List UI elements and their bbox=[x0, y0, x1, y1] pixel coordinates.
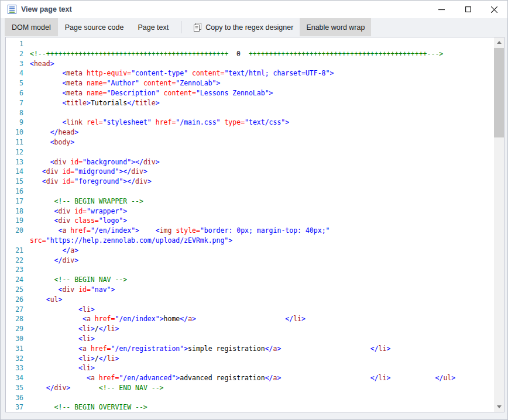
tab-label: Page source code bbox=[65, 23, 124, 32]
code-text: <a href="/en/registration">simple regist… bbox=[30, 344, 494, 354]
code-text: <meta name="Author" content="ZennoLab"> bbox=[30, 78, 494, 88]
tab-label: Page text bbox=[138, 23, 169, 32]
code-line: 21 </a> bbox=[6, 246, 494, 256]
line-number: 8 bbox=[6, 108, 23, 118]
line-number: 32 bbox=[6, 354, 23, 364]
code-text: <a href="/en/advanced">advanced registra… bbox=[30, 373, 494, 383]
code-line: 31 <a href="/en/registration">simple reg… bbox=[6, 344, 494, 354]
window-controls bbox=[428, 1, 507, 18]
code-text bbox=[30, 265, 494, 275]
code-line: 22 </div> bbox=[6, 256, 494, 266]
close-button[interactable] bbox=[481, 1, 507, 18]
line-number: 12 bbox=[6, 147, 23, 157]
code-line: 18 <div id="wrapper"> bbox=[6, 206, 494, 216]
code-text: </div> <!-- END NAV --> bbox=[30, 383, 494, 393]
code-text: <link rel="stylesheet" href="/main.css" … bbox=[30, 118, 494, 128]
code-line: 36 bbox=[6, 393, 494, 403]
code-line: 6 <meta name="Description" content="Less… bbox=[6, 88, 494, 98]
line-number: 30 bbox=[6, 334, 23, 344]
line-number: 3 bbox=[6, 59, 23, 69]
line-number: 16 bbox=[6, 187, 23, 197]
code-editor[interactable]: 12<!--++++++++++++++++++++++++++++++++++… bbox=[6, 37, 494, 412]
vertical-scrollbar bbox=[494, 37, 504, 412]
line-number: 36 bbox=[6, 393, 23, 403]
tab-page-source-code[interactable]: Page source code bbox=[58, 18, 131, 36]
code-line: 28 <a href="/en/index">home</a> </li> bbox=[6, 314, 494, 324]
line-number: 7 bbox=[6, 98, 23, 108]
line-number: 24 bbox=[6, 275, 23, 285]
code-text: <meta name="Description" content="Lesson… bbox=[30, 88, 494, 98]
code-text: <!--++++++++++++++++++++++++++++++++++++… bbox=[30, 49, 494, 59]
code-text: <a href="/en/index">home</a> </li> bbox=[30, 314, 494, 324]
code-text bbox=[30, 39, 494, 49]
code-line: 11 <body> bbox=[6, 137, 494, 147]
code-line: 2<!--+++++++++++++++++++++++++++++++++++… bbox=[6, 49, 494, 59]
maximize-button[interactable] bbox=[455, 1, 481, 18]
code-line: 3<head> bbox=[6, 59, 494, 69]
scrollbar-thumb[interactable] bbox=[494, 48, 504, 137]
code-line: 14 <div id="midground"></div> bbox=[6, 167, 494, 177]
tab-page-text[interactable]: Page text bbox=[131, 18, 176, 36]
code-text: <a href="/en/index"> <img style="border:… bbox=[30, 226, 494, 246]
code-line: 13 <div id="background"></div> bbox=[6, 157, 494, 167]
line-number: 21 bbox=[6, 246, 23, 256]
copy-to-regex-designer-button[interactable]: Copy to the regex designer bbox=[187, 18, 300, 36]
toolbar-separator bbox=[181, 21, 181, 33]
code-text: <!-- BEGIN WRAPPER --> bbox=[30, 197, 494, 206]
tab-dom-model[interactable]: DOM model bbox=[5, 18, 58, 36]
code-text: <body> bbox=[30, 137, 494, 147]
code-text: </a> bbox=[30, 246, 494, 256]
code-text: <meta http-equiv="content-type" content=… bbox=[30, 68, 494, 78]
code-text: <div id="wrapper"> bbox=[30, 206, 494, 216]
code-line: 37 <!-- BEGIN OVERVIEW --> bbox=[6, 402, 494, 412]
button-label: Copy to the regex designer bbox=[205, 23, 293, 32]
code-text: <div id="nav"> bbox=[30, 285, 494, 295]
code-text: <title>Tutorials</title> bbox=[30, 98, 494, 108]
code-line: 33 <li> bbox=[6, 363, 494, 373]
code-text: <div class="logo"> bbox=[30, 216, 494, 226]
enable-word-wrap-button[interactable]: Enable word wrap bbox=[300, 18, 371, 36]
code-text: </head> bbox=[30, 128, 494, 137]
code-text: <!-- BEGIN OVERVIEW --> bbox=[30, 402, 494, 412]
line-number: 6 bbox=[6, 88, 23, 98]
line-number: 37 bbox=[6, 402, 23, 412]
line-number: 25 bbox=[6, 285, 23, 295]
title-bar: View page text bbox=[1, 1, 507, 18]
code-line: 24 <!-- BEGIN NAV --> bbox=[6, 275, 494, 285]
line-number: 33 bbox=[6, 363, 23, 373]
scrollbar-up-button[interactable] bbox=[494, 37, 504, 47]
code-text bbox=[30, 393, 494, 403]
line-number: 23 bbox=[6, 265, 23, 275]
code-line: 20 <a href="/en/index"> <img style="bord… bbox=[6, 226, 494, 246]
code-text: <!-- BEGIN NAV --> bbox=[30, 275, 494, 285]
code-line: 26 <ul> bbox=[6, 295, 494, 305]
toolbar: DOM model Page source code Page text Cop… bbox=[1, 18, 507, 36]
line-number: 34 bbox=[6, 373, 23, 383]
window-title: View page text bbox=[21, 5, 72, 13]
line-number: 13 bbox=[6, 157, 23, 167]
arrow-up-icon bbox=[497, 41, 502, 44]
line-number: 18 bbox=[6, 206, 23, 216]
code-panel: 12<!--++++++++++++++++++++++++++++++++++… bbox=[5, 37, 504, 412]
code-line: 7 <title>Tutorials</title> bbox=[6, 98, 494, 108]
scrollbar-down-button[interactable] bbox=[494, 402, 504, 412]
copy-pages-icon bbox=[193, 23, 202, 32]
line-number: 17 bbox=[6, 197, 23, 206]
code-text: <li>/</li> bbox=[30, 354, 494, 364]
scrollbar-track[interactable] bbox=[494, 47, 504, 402]
line-number: 2 bbox=[6, 49, 23, 59]
code-text: <li> bbox=[30, 363, 494, 373]
tab-label: DOM model bbox=[12, 23, 51, 32]
line-number: 1 bbox=[6, 39, 23, 49]
line-number: 35 bbox=[6, 383, 23, 393]
line-number: 15 bbox=[6, 177, 23, 187]
button-label: Enable word wrap bbox=[306, 23, 365, 32]
code-text bbox=[30, 108, 494, 118]
view-page-text-window: View page text DOM model Page source cod… bbox=[0, 0, 508, 420]
line-number: 4 bbox=[6, 68, 23, 78]
code-line: 17 <!-- BEGIN WRAPPER --> bbox=[6, 197, 494, 206]
line-number: 28 bbox=[6, 314, 23, 324]
minimize-button[interactable] bbox=[428, 1, 455, 18]
line-number: 10 bbox=[6, 128, 23, 137]
code-text bbox=[30, 187, 494, 197]
